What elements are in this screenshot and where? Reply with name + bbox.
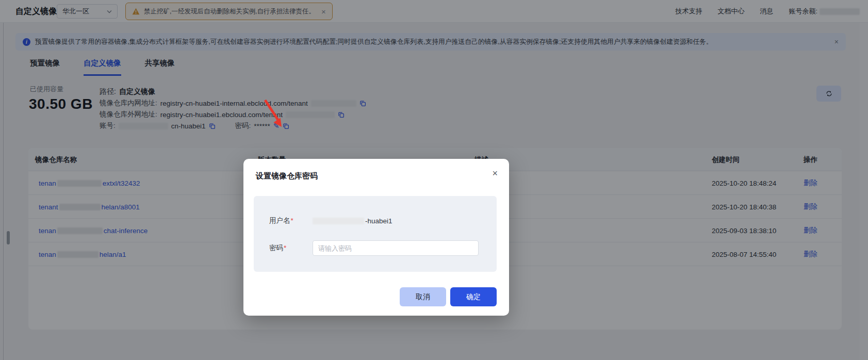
password-label-text: 密码 <box>269 244 283 252</box>
required-mark: * <box>291 217 293 224</box>
cancel-button[interactable]: 取消 <box>400 287 446 306</box>
username-label: 用户名* <box>269 216 313 225</box>
close-icon[interactable]: × <box>492 169 498 178</box>
username-value-suffix: -huabei1 <box>365 217 392 225</box>
username-row: 用户名* -huabei1 <box>269 215 392 227</box>
red-arrow-annotation <box>257 97 290 132</box>
password-row: 密码* <box>269 240 479 256</box>
username-value: -huabei1 <box>313 217 392 225</box>
set-registry-password-dialog: 设置镜像仓库密码 × 用户名* -huabei1 密码* 取消 确定 <box>243 159 509 316</box>
dialog-footer: 取消 确定 <box>400 287 497 306</box>
dialog-form-panel: 用户名* -huabei1 密码* <box>254 196 497 272</box>
password-input[interactable] <box>313 240 479 256</box>
username-label-text: 用户名 <box>269 217 290 224</box>
password-label: 密码* <box>269 243 313 253</box>
dialog-title: 设置镜像仓库密码 <box>256 171 318 181</box>
app-window: 自定义镜像 华北一区 禁止挖矿,一经发现后自动删除相关实例,自行承担法律责任。 … <box>0 0 868 360</box>
required-mark: * <box>284 244 286 252</box>
username-redacted <box>313 218 364 224</box>
confirm-button[interactable]: 确定 <box>450 287 497 306</box>
